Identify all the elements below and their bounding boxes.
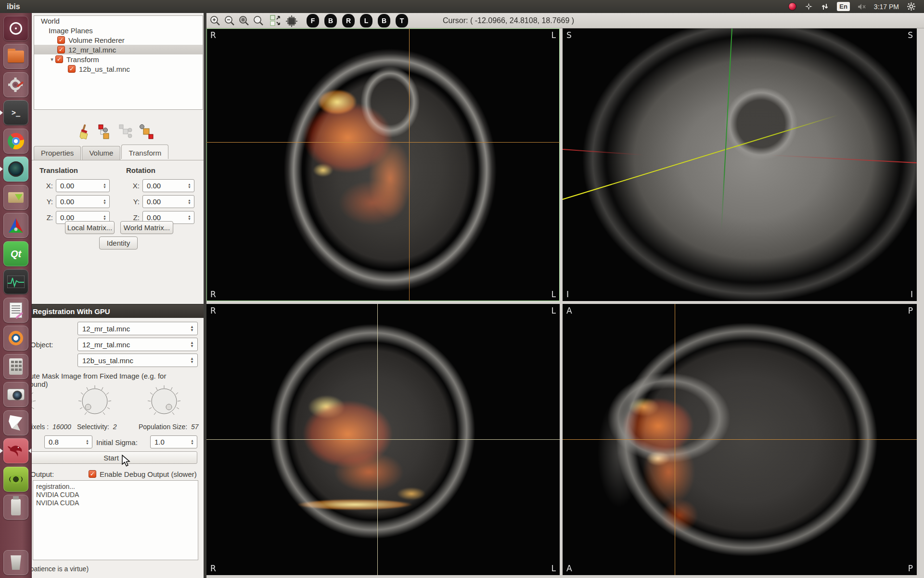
object-label: Object:: [30, 341, 53, 349]
launcher-item-dash[interactable]: [3, 16, 28, 41]
coronal-viewport[interactable]: R L R L: [206, 304, 560, 575]
view-left-button[interactable]: L: [360, 14, 372, 27]
launcher-item-chrome[interactable]: [3, 129, 28, 154]
expand-arrow-icon[interactable]: ▾: [49, 56, 55, 63]
delete-transform-node-icon[interactable]: [139, 124, 154, 142]
launcher-item-cmake[interactable]: [3, 213, 28, 238]
cmake-icon: [8, 218, 24, 233]
tree-item-transform[interactable]: ▾ ✓ Transform: [34, 54, 203, 64]
coronal-horizontal-crosshair[interactable]: [206, 439, 560, 440]
chrome-icon: [8, 133, 24, 149]
checkbox-checked-icon[interactable]: ✓: [57, 36, 65, 44]
launcher-item-archive[interactable]: [3, 185, 28, 210]
view-back-button[interactable]: B: [324, 14, 337, 27]
session-gear-icon[interactable]: [907, 2, 915, 11]
local-matrix-button[interactable]: Local Matrix...: [65, 221, 115, 234]
camera-icon: [7, 389, 25, 400]
focused-indicator-arrow: [28, 448, 31, 453]
initial-sigma-label: Initial Sigma:: [96, 438, 138, 447]
population-knob[interactable]: [147, 385, 181, 419]
launcher-item-camera[interactable]: [3, 382, 28, 407]
clock[interactable]: 3:17 PM: [874, 3, 899, 11]
launcher-item-usb-creator[interactable]: [3, 495, 28, 520]
tree-item-mr-volume[interactable]: ✓ 12_mr_tal.mnc: [34, 45, 203, 54]
combo-down-icon: ▼: [190, 328, 194, 332]
zoom-in-icon[interactable]: [209, 15, 221, 26]
folder-icon: [8, 51, 24, 63]
volume-muted-icon[interactable]: [858, 2, 866, 11]
initial-sigma-spinbox[interactable]: 1.0 ▲▼: [150, 435, 197, 448]
translation-y-spinbox[interactable]: 0.00 ▲▼: [56, 195, 110, 208]
start-registration-button[interactable]: Start: [25, 451, 197, 464]
mouse-cursor: [121, 455, 132, 467]
axial-horizontal-crosshair[interactable]: [206, 142, 560, 143]
target-image-combo[interactable]: 12_mr_tal.mnc ▲▼: [77, 322, 198, 335]
tree-item-us-volume[interactable]: ✓ 12b_us_tal.mnc: [34, 64, 203, 74]
launcher-item-terminal[interactable]: >_: [3, 100, 28, 125]
add-transform-node-icon[interactable]: [98, 124, 112, 142]
checkbox-checked-icon[interactable]: ✓: [57, 46, 65, 53]
tree-item-volume-renderer[interactable]: ✓ Volume Renderer: [34, 35, 203, 45]
object-image-combo[interactable]: 12_mr_tal.mnc ▲▼: [77, 338, 198, 351]
percentile-spinbox[interactable]: 0.8 ▲▼: [44, 435, 92, 448]
view-top-button[interactable]: T: [396, 14, 408, 27]
zoom-fit-icon[interactable]: [238, 15, 250, 26]
pinwheel-indicator-icon[interactable]: [804, 2, 813, 11]
launcher-item-text-editor[interactable]: [3, 298, 28, 323]
view-right-button[interactable]: R: [342, 14, 355, 27]
network-sync-icon[interactable]: [821, 2, 829, 11]
world-matrix-button[interactable]: World Matrix...: [120, 221, 173, 234]
unity-launcher: >_ Qt: [0, 13, 32, 578]
viewer-area: F B R L B T Cursor: ( -12.0966, 24.8108,…: [206, 13, 924, 578]
launcher-item-trash[interactable]: [3, 550, 28, 575]
tab-properties[interactable]: Properties: [34, 146, 81, 160]
launcher-item-imaging-app[interactable]: [3, 157, 28, 182]
orientation-label: R: [210, 30, 216, 40]
translation-x-spinbox[interactable]: 0.00 ▲▼: [56, 179, 110, 192]
launcher-item-settings[interactable]: [3, 72, 28, 97]
launcher-item-scribus[interactable]: [3, 410, 28, 435]
tree-item-image-planes[interactable]: Image Planes: [34, 26, 203, 35]
tab-volume[interactable]: Volume: [82, 146, 120, 160]
launcher-item-blender[interactable]: [3, 326, 28, 351]
launcher-item-calculator[interactable]: [3, 354, 28, 379]
node-graph-disabled-icon[interactable]: [118, 124, 133, 142]
reset-planes-grid-icon[interactable]: [285, 15, 297, 26]
launcher-item-nvidia[interactable]: [3, 467, 28, 492]
rotation-y-spinbox[interactable]: 0.00 ▲▼: [142, 195, 194, 208]
sagittal-horizontal-crosshair[interactable]: [563, 439, 917, 440]
clean-scene-broom-icon[interactable]: [77, 124, 91, 142]
camera-lens-icon: [8, 161, 24, 177]
debug-output-checkbox[interactable]: ✓: [89, 470, 96, 478]
checkbox-checked-icon[interactable]: ✓: [68, 65, 76, 73]
log-line: registration...: [36, 483, 195, 491]
zoom-out-icon[interactable]: [224, 15, 235, 26]
axial-viewport[interactable]: R L R L: [206, 28, 560, 301]
launcher-item-ibis[interactable]: [3, 438, 28, 463]
registration-log[interactable]: registration... NVIDIA CUDA NVIDIA CUDA: [33, 480, 198, 560]
zoom-reset-icon[interactable]: [253, 15, 264, 26]
threed-viewport[interactable]: S S I I: [563, 28, 917, 301]
identity-button[interactable]: Identity: [99, 236, 138, 250]
checkbox-checked-icon[interactable]: ✓: [55, 55, 63, 63]
selectivity-knob[interactable]: [78, 385, 112, 419]
sagittal-viewport[interactable]: A P A P: [563, 304, 917, 575]
launcher-item-system-monitor[interactable]: [3, 269, 28, 294]
translation-header: Translation: [39, 166, 78, 174]
debug-output-label[interactable]: Enable Debug Output (slower): [100, 470, 197, 478]
output-label: Output:: [30, 470, 54, 478]
orientation-label: P: [908, 306, 913, 315]
tree-item-world[interactable]: World: [34, 16, 203, 26]
view-bottom-button[interactable]: B: [378, 14, 390, 27]
panel-splitter[interactable]: [204, 13, 206, 578]
source-image-combo[interactable]: 12b_us_tal.mnc ▲▼: [77, 354, 198, 367]
axial-vertical-crosshair[interactable]: [409, 28, 410, 301]
app-indicator-icon[interactable]: [788, 2, 796, 11]
launcher-item-qtcreator[interactable]: Qt: [3, 241, 28, 266]
rotation-x-spinbox[interactable]: 0.00 ▲▼: [142, 179, 194, 192]
launcher-item-files[interactable]: [3, 44, 28, 69]
keyboard-layout-indicator[interactable]: En: [837, 2, 850, 11]
view-front-button[interactable]: F: [307, 14, 319, 27]
expand-views-icon[interactable]: [270, 15, 282, 26]
tab-transform[interactable]: Transform: [121, 144, 168, 159]
